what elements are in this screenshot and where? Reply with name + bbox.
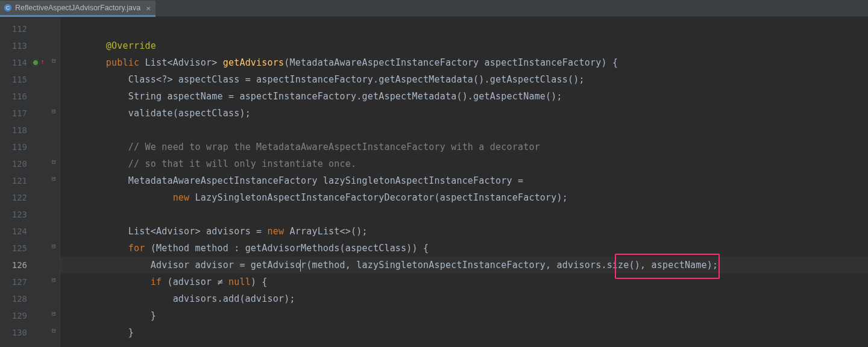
code-line: for (Method method : getAdvisorMethods(a… xyxy=(60,240,868,257)
line-number: 116 xyxy=(0,88,60,105)
fold-toggle-icon[interactable]: ⊟ xyxy=(52,57,56,64)
code-line: if (advisor ≠ null) { xyxy=(60,274,868,290)
override-marker-icon[interactable] xyxy=(31,58,40,67)
line-number: 122 xyxy=(0,189,60,206)
line-number: 119 xyxy=(0,139,60,155)
line-number: 124 xyxy=(0,223,60,240)
code-line: advisors.add(advisor); xyxy=(60,290,868,307)
fold-toggle-icon[interactable]: ⊟ xyxy=(52,242,56,250)
code-line: Class<?> aspectClass = aspectInstanceFac… xyxy=(60,71,868,88)
line-number: 120 xyxy=(0,155,60,172)
code-line-current: Advisor advisor = getAdvisor(method, laz… xyxy=(60,257,868,274)
line-number: 126 xyxy=(0,257,60,274)
line-number: 125 xyxy=(0,240,60,257)
line-number: 121 xyxy=(0,172,60,189)
line-number: 128 xyxy=(0,290,60,307)
code-line xyxy=(60,20,868,37)
code-line: List<Advisor> advisors = new ArrayList<>… xyxy=(60,223,868,240)
fold-end-icon[interactable]: ⊟ xyxy=(52,310,56,317)
editor-tab[interactable]: C ReflectiveAspectJAdvisorFactory.java × xyxy=(0,1,156,17)
fold-toggle-icon[interactable]: ⊟ xyxy=(52,158,56,166)
line-number: 117 xyxy=(0,105,60,122)
editor: 112 113 114 115 116 117 118 119 120 121 … xyxy=(0,17,868,347)
svg-text:C: C xyxy=(6,5,10,11)
line-number: 113 xyxy=(0,37,60,54)
java-class-icon: C xyxy=(4,4,12,12)
tab-bar: C ReflectiveAspectJAdvisorFactory.java × xyxy=(0,0,868,17)
fold-end-icon[interactable]: ⊟ xyxy=(52,107,56,115)
code-line: String aspectName = aspectInstanceFactor… xyxy=(60,88,868,105)
line-number: 123 xyxy=(0,206,60,223)
code-line: @Override xyxy=(60,37,868,54)
fold-end-icon[interactable]: ⊟ xyxy=(52,175,56,183)
line-number: 112 xyxy=(0,20,60,37)
line-number: 127 xyxy=(0,274,60,290)
code-line: MetadataAwareAspectInstanceFactory lazyS… xyxy=(60,172,868,189)
code-line: validate(aspectClass); xyxy=(60,105,868,122)
code-line: } xyxy=(60,307,868,324)
code-line: // so that it will only instantiate once… xyxy=(60,155,868,172)
line-number: 130 xyxy=(0,324,60,341)
line-number: 129 xyxy=(0,307,60,324)
line-number: 115 xyxy=(0,71,60,88)
line-number: 114 xyxy=(0,54,60,71)
code-line: } xyxy=(60,324,868,341)
close-icon[interactable]: × xyxy=(146,4,151,13)
code-line xyxy=(60,206,868,223)
gutter: 112 113 114 115 116 117 118 119 120 121 … xyxy=(0,17,60,347)
code-line: // We need to wrap the MetadataAwareAspe… xyxy=(60,139,868,155)
fold-toggle-icon[interactable]: ⊟ xyxy=(52,276,56,284)
code-area[interactable]: @Override public List<Advisor> getAdviso… xyxy=(60,17,868,347)
line-number: 118 xyxy=(0,122,60,139)
code-line: new LazySingletonAspectInstanceFactoryDe… xyxy=(60,189,868,206)
code-line: public List<Advisor> getAdvisors(Metadat… xyxy=(60,54,868,71)
tab-title: ReflectiveAspectJAdvisorFactory.java xyxy=(15,4,140,12)
code-line xyxy=(60,122,868,139)
fold-end-icon[interactable]: ⊟ xyxy=(52,327,56,334)
